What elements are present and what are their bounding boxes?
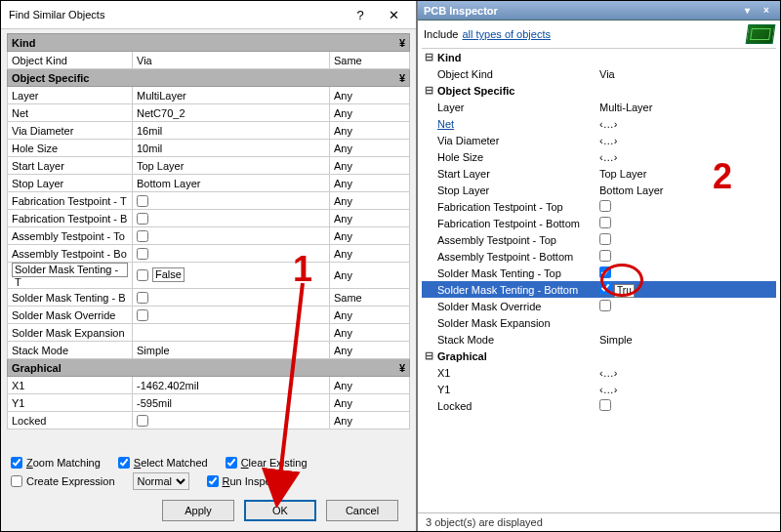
find-similar-objects-dialog: Find Similar Objects ? ✕ Kind¥ Object Ki… xyxy=(1,1,418,531)
section-graphical[interactable]: Graphical¥ xyxy=(8,359,410,377)
irow-asm-tp-bot[interactable]: Assembly Testpoint - Bottom xyxy=(422,248,776,265)
section-object-specific[interactable]: Object Specific¥ xyxy=(8,69,410,87)
close-button[interactable]: ✕ xyxy=(377,4,410,25)
ismt-bot-edit[interactable]: Tru xyxy=(614,284,635,298)
fab-tp-top-checkbox[interactable] xyxy=(137,195,148,207)
chevron-icon: ¥ xyxy=(399,37,405,49)
pcb-chip-icon xyxy=(746,24,776,44)
smt-top-value[interactable]: False xyxy=(152,267,185,282)
ifab-tp-bot-checkbox[interactable] xyxy=(599,217,611,228)
dialog-buttons: Apply OK Cancel xyxy=(1,492,416,531)
inspector-status: 3 object(s) are displayed xyxy=(418,512,780,531)
row-hole-size[interactable]: Hole Size10milAny xyxy=(8,140,410,157)
irow-object-kind[interactable]: Object KindVia xyxy=(422,65,776,82)
ismt-bot-checkbox[interactable] xyxy=(599,282,611,294)
pcb-inspector-panel: PCB Inspector ▾ × Include all types of o… xyxy=(418,1,780,531)
row-stop-layer[interactable]: Stop LayerBottom LayerAny xyxy=(8,175,410,192)
opt-select-matched[interactable]: Select Matched xyxy=(118,457,208,469)
irow-start-layer[interactable]: Start LayerTop Layer xyxy=(422,165,776,182)
row-start-layer[interactable]: Start LayerTop LayerAny xyxy=(8,157,410,175)
row-asm-tp-bot[interactable]: Assembly Testpoint - BoAny xyxy=(8,245,410,263)
irow-locked[interactable]: Locked xyxy=(422,397,776,414)
inspector-include: Include all types of objects xyxy=(418,20,780,48)
row-fab-tp-bot[interactable]: Fabrication Testpoint - BAny xyxy=(8,210,410,227)
fab-tp-bot-checkbox[interactable] xyxy=(137,213,148,225)
row-asm-tp-top[interactable]: Assembly Testpoint - ToAny xyxy=(8,227,410,245)
chevron-icon: ¥ xyxy=(399,362,405,374)
irow-smt-top[interactable]: Solder Mask Tenting - Top xyxy=(422,265,776,281)
row-smt-top[interactable]: Solder Mask Tenting - T False Any xyxy=(8,263,410,289)
row-fab-tp-top[interactable]: Fabrication Testpoint - TAny xyxy=(8,192,410,210)
irow-via-diameter[interactable]: Via Diameter‹…› xyxy=(422,132,776,148)
dropdown-icon[interactable]: ▾ xyxy=(739,4,755,18)
opt-clear-existing[interactable]: Clear Existing xyxy=(226,457,308,469)
ismt-top-checkbox[interactable] xyxy=(599,266,611,278)
asm-tp-top-checkbox[interactable] xyxy=(137,230,148,242)
help-button[interactable]: ? xyxy=(344,4,377,25)
expression-mode-select[interactable]: Normal xyxy=(133,472,189,490)
isec-object-specific[interactable]: ⊟Object Specific xyxy=(422,82,776,99)
row-object-kind[interactable]: Object Kind Via Same xyxy=(8,52,410,69)
isec-graphical[interactable]: ⊟Graphical xyxy=(422,348,776,364)
asm-tp-bot-checkbox[interactable] xyxy=(137,248,148,260)
isec-kind[interactable]: ⊟Kind xyxy=(422,49,776,65)
irow-y1[interactable]: Y1‹…› xyxy=(422,381,776,397)
irow-layer[interactable]: LayerMulti-Layer xyxy=(422,99,776,115)
irow-fab-tp-top[interactable]: Fabrication Testpoint - Top xyxy=(422,198,776,215)
smt-bot-checkbox[interactable] xyxy=(137,292,148,304)
inspector-titlebar: PCB Inspector ▾ × xyxy=(418,1,780,20)
irow-fab-tp-bot[interactable]: Fabrication Testpoint - Bottom xyxy=(422,215,776,231)
dialog-title: Find Similar Objects xyxy=(9,9,344,20)
irow-x1[interactable]: X1‹…› xyxy=(422,364,776,381)
inspector-title: PCB Inspector xyxy=(424,5,498,17)
section-kind[interactable]: Kind¥ xyxy=(8,34,410,52)
apply-button[interactable]: Apply xyxy=(162,500,234,521)
close-icon[interactable]: × xyxy=(759,4,774,18)
dialog-options: Zoom Matching Select Matched Clear Exist… xyxy=(1,451,416,492)
ilocked-checkbox[interactable] xyxy=(599,399,611,411)
irow-sm-override[interactable]: Solder Mask Override xyxy=(422,298,776,314)
row-sm-expansion[interactable]: Solder Mask ExpansionAny xyxy=(8,324,410,342)
iasm-tp-top-checkbox[interactable] xyxy=(599,233,611,245)
iasm-tp-bot-checkbox[interactable] xyxy=(599,250,611,262)
row-x1[interactable]: X1-1462.402milAny xyxy=(8,377,410,394)
sm-override-checkbox[interactable] xyxy=(137,309,148,321)
chevron-icon: ¥ xyxy=(399,72,405,84)
net-link[interactable]: Net xyxy=(437,118,454,130)
row-via-diameter[interactable]: Via Diameter16milAny xyxy=(8,122,410,140)
ok-button[interactable]: OK xyxy=(244,500,316,521)
irow-sm-expansion[interactable]: Solder Mask Expansion xyxy=(422,314,776,331)
row-stack-mode[interactable]: Stack ModeSimpleAny xyxy=(8,342,410,359)
locked-checkbox[interactable] xyxy=(137,415,148,427)
row-layer[interactable]: LayerMultiLayerAny xyxy=(8,87,410,104)
ifab-tp-top-checkbox[interactable] xyxy=(599,200,611,212)
irow-net[interactable]: Net‹…› xyxy=(422,115,776,132)
criteria-grid: Kind¥ Object Kind Via Same Object Specif… xyxy=(7,33,410,430)
row-smt-bot[interactable]: Solder Mask Tenting - BSame xyxy=(8,289,410,307)
row-sm-override[interactable]: Solder Mask OverrideAny xyxy=(8,307,410,324)
ism-override-checkbox[interactable] xyxy=(599,300,611,311)
dialog-titlebar: Find Similar Objects ? ✕ xyxy=(1,1,416,29)
irow-stack-mode[interactable]: Stack ModeSimple xyxy=(422,331,776,348)
cancel-button[interactable]: Cancel xyxy=(326,500,398,521)
opt-run-inspector[interactable]: Run Inspector xyxy=(207,472,290,490)
row-net[interactable]: NetNetC70_2Any xyxy=(8,104,410,122)
row-y1[interactable]: Y1-595milAny xyxy=(8,394,410,412)
irow-stop-layer[interactable]: Stop LayerBottom Layer xyxy=(422,182,776,198)
opt-create-expression[interactable]: Create Expression xyxy=(11,472,115,490)
irow-smt-bot[interactable]: Solder Mask Tenting - Bottom Tru xyxy=(422,281,776,298)
irow-hole-size[interactable]: Hole Size‹…› xyxy=(422,148,776,165)
irow-asm-tp-top[interactable]: Assembly Testpoint - Top xyxy=(422,231,776,248)
row-locked[interactable]: LockedAny xyxy=(8,412,410,430)
include-filter-link[interactable]: all types of objects xyxy=(462,28,551,40)
opt-zoom-matching[interactable]: Zoom Matching xyxy=(11,457,101,469)
smt-top-checkbox[interactable] xyxy=(137,269,148,281)
inspector-grid: ⊟Kind Object KindVia ⊟Object Specific La… xyxy=(422,48,776,512)
